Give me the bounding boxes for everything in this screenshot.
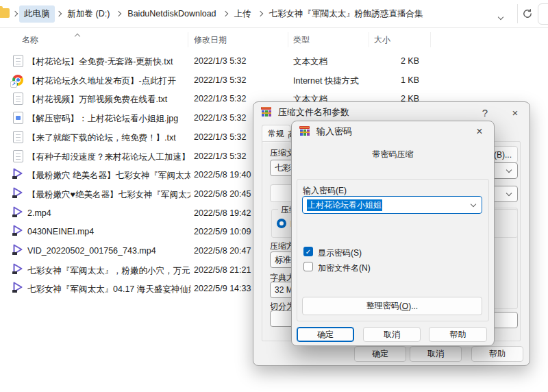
file-type: Internet 快捷方式 <box>293 75 370 87</box>
winrar-icon <box>260 106 273 119</box>
video-file-icon <box>12 167 24 182</box>
file-name: 七彩女神『军阀太太』04.17 海天盛宴神仙姐姐... <box>27 284 190 295</box>
file-name: 【有种子却没速度？来村花论坛人工加速】.txt <box>27 151 190 163</box>
breadcrumb-item[interactable]: 七彩女神『軍閥太太』粉飽誘惑直播合集 <box>264 5 428 23</box>
address-bar: 此电脑新加卷 (D:)BaiduNetdiskDownload上传七彩女神『軍閥… <box>0 0 548 28</box>
divider <box>288 32 288 47</box>
file-name: 【村花视频】万部视频免费在线看.txt <box>27 94 190 106</box>
archive-name-label: 压缩文件 <box>270 147 293 159</box>
file-row[interactable]: 【村花论坛】全免费-无套路-更新快.txt2022/1/3 5:32文本文档2 … <box>0 52 452 71</box>
divider <box>517 4 518 23</box>
refresh-icon[interactable] <box>521 7 534 21</box>
column-header-type[interactable]: 类型 <box>293 34 310 46</box>
winrar-icon <box>299 125 311 138</box>
chevron-right-icon <box>114 12 123 16</box>
explorer-window: 此电脑新加卷 (D:)BaiduNetdiskDownload上传七彩女神『軍閥… <box>0 0 548 392</box>
cancel-button[interactable]: 取消 <box>410 346 462 362</box>
show-password-label: 显示密码(S) <box>318 247 362 259</box>
method-value: 标准 <box>275 254 291 266</box>
ok-button[interactable]: 确定 <box>354 346 406 362</box>
file-size: 1 KB <box>369 75 419 85</box>
file-size: 2 KB <box>369 56 419 66</box>
column-header-date[interactable]: 修改日期 <box>194 34 227 46</box>
search-input[interactable] <box>538 3 548 25</box>
divider <box>369 32 369 47</box>
close-icon[interactable]: × <box>507 104 523 121</box>
column-header-size[interactable]: 大小 <box>374 34 390 46</box>
close-icon[interactable]: × <box>471 123 488 140</box>
divider <box>188 32 188 47</box>
breadcrumb-item[interactable]: 新加卷 (D:) <box>63 5 115 23</box>
column-header-name[interactable]: 名称 <box>22 34 38 46</box>
text-file-icon <box>13 150 23 162</box>
password-combobox[interactable]: 上村花论坛看小姐姐 <box>302 196 482 214</box>
text-file-icon <box>13 93 23 105</box>
encrypt-names-checkbox[interactable] <box>303 262 313 271</box>
tab-general[interactable]: 常规 <box>262 125 290 143</box>
folder-icon <box>0 8 10 18</box>
cancel-button[interactable]: 取消 <box>363 327 421 342</box>
file-name: 七彩女神『军阀太太』，粉嫩的小穴，万元一舔... <box>27 265 190 277</box>
chevron-right-icon <box>11 12 19 16</box>
column-headers: 名称 修改日期 类型 大小 <box>0 28 548 50</box>
file-name: 【最粉嫩穴 绝美名器】七彩女神『军阀太太』 ... <box>27 170 190 182</box>
file-date: 2022/1/3 5:32 <box>194 56 286 66</box>
shortcut-arrow-icon: ↗ <box>10 81 17 88</box>
breadcrumb-item[interactable]: BaiduNetdiskDownload <box>123 6 221 21</box>
video-file-icon <box>12 186 24 201</box>
organize-accesskey: O <box>402 302 408 311</box>
file-name: 【村花论坛永久地址发布页】-点此打开 <box>27 75 190 87</box>
file-name: 【解压密码】：上村花论坛看小姐姐.jpg <box>27 113 190 125</box>
organize-label: )... <box>408 302 418 311</box>
organize-label: 整理密码( <box>366 300 402 312</box>
file-type: 文本文档 <box>293 56 370 68</box>
file-name: 【村花论坛】全免费-无套路-更新快.txt <box>27 56 190 68</box>
divider <box>430 32 431 47</box>
organize-passwords-button[interactable]: 整理密码(O)... <box>302 297 482 315</box>
chevron-right-icon <box>256 12 264 16</box>
ok-button[interactable]: 确定 <box>297 327 354 342</box>
chevron-down-icon[interactable] <box>471 201 476 207</box>
file-name: 0430NEINEI.mp4 <box>27 227 190 236</box>
rar-radio[interactable] <box>277 219 286 228</box>
password-dialog: 输入密码 × 带密码压缩 输入密码(E) 上村花论坛看小姐姐 ✓ 显示密码(S)… <box>291 121 495 346</box>
file-name: 【最粉嫩穴♥绝美名器】七彩女神『军阀太太... <box>27 189 190 201</box>
image-file-icon <box>13 112 23 124</box>
sort-ascending-icon <box>75 31 79 40</box>
text-file-icon <box>13 131 23 143</box>
video-file-icon <box>12 206 24 221</box>
password-dialog-header: 带密码压缩 <box>292 149 494 160</box>
chevron-right-icon <box>221 12 229 16</box>
breadcrumb: 此电脑新加卷 (D:)BaiduNetdiskDownload上传七彩女神『軍閥… <box>11 0 428 27</box>
dialog-title: 输入密码 <box>316 125 352 138</box>
file-name: VID_20220502_001756_743.mp4 <box>27 246 190 256</box>
file-date: 2022/1/3 5:32 <box>194 75 286 85</box>
chevron-right-icon <box>55 12 63 16</box>
video-file-icon <box>12 262 24 278</box>
file-name: 2.mp4 <box>27 208 190 218</box>
chrome-icon: ↗ <box>12 75 23 86</box>
show-password-checkbox[interactable]: ✓ <box>303 247 313 256</box>
file-row[interactable]: ↗【村花论坛永久地址发布页】-点此打开2022/1/3 5:32Internet… <box>0 71 452 90</box>
help-icon[interactable]: ? <box>477 104 493 121</box>
help-button[interactable]: 帮助 <box>429 327 487 342</box>
password-label: 输入密码(E) <box>303 185 347 197</box>
file-name: 【来了就能下载的论坛，纯免费！】.txt <box>27 132 190 144</box>
video-file-icon <box>12 243 24 258</box>
chevron-down-icon[interactable] <box>499 10 503 22</box>
dialog-titlebar[interactable]: 压缩文件名和参数 ? × <box>253 102 530 123</box>
encrypt-names-label: 加密文件名(N) <box>318 262 371 274</box>
breadcrumb-item[interactable]: 上传 <box>229 5 256 23</box>
dialog-title: 压缩文件名和参数 <box>278 106 349 119</box>
video-file-icon <box>12 224 24 239</box>
dialog-titlebar[interactable]: 输入密码 × <box>292 121 494 142</box>
help-button[interactable]: 帮助 <box>471 346 523 362</box>
password-value: 上村花论坛看小姐姐 <box>307 199 382 211</box>
text-file-icon <box>13 55 23 67</box>
breadcrumb-item[interactable]: 此电脑 <box>19 5 55 23</box>
video-file-icon <box>12 281 24 296</box>
